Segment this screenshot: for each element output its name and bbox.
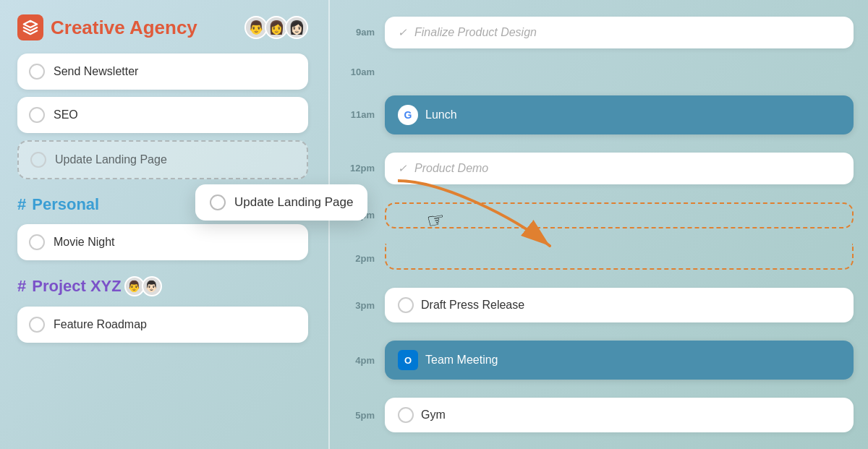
task-feature-roadmap[interactable]: Feature Roadmap [17,307,308,343]
svg-marker-0 [24,21,37,27]
task-update-landing-placeholder: Update Landing Page [17,140,308,179]
panel-divider [328,0,330,449]
time-11am: 11am [347,109,375,120]
event-draft-press-release[interactable]: Draft Press Release [385,288,854,322]
time-5pm: 5pm [347,410,375,421]
cal-checkbox-gym[interactable] [398,407,414,423]
timeline-row-3pm: 3pm Draft Press Release [347,288,854,322]
floating-checkbox [210,194,226,210]
time-2pm: 2pm [347,253,375,264]
hash-personal-icon: # [17,195,26,214]
task-label: SEO [54,108,78,121]
time-4pm: 4pm [347,355,375,366]
checkbox-seo[interactable] [29,107,45,123]
event-gym[interactable]: Gym [385,398,854,432]
event-lunch[interactable]: G Lunch [385,95,854,134]
task-movie-night[interactable]: Movie Night [17,224,308,260]
floating-task-label: Update Landing Page [234,195,353,210]
event-team-meeting[interactable]: O Team Meeting [385,341,854,380]
checkmark-icon: ✓ [398,26,407,39]
avatar-xyz-2: 👨🏻 [142,276,162,296]
checkbox-update-landing [30,152,46,168]
project-xyz-avatars: 👨 👨🏻 [127,276,162,296]
checkbox-feature-roadmap[interactable] [29,317,45,333]
left-panel: Creative Agency 👨 👩 👩🏻 Send Newsletter S… [0,0,326,449]
checkbox-send-newsletter[interactable] [29,64,45,80]
hash-project-icon: # [17,277,26,296]
time-12pm: 12pm [347,163,375,174]
task-send-newsletter[interactable]: Send Newsletter [17,54,308,90]
task-label: Send Newsletter [54,65,138,78]
outlook-icon: O [398,350,418,370]
task-label: Update Landing Page [55,153,167,166]
event-label: Lunch [425,108,457,121]
event-finalize-product-design[interactable]: ✓ Finalize Product Design [385,17,854,48]
event-label: Gym [421,409,446,422]
project-avatars: 👨 👩 👩🏻 [247,16,308,39]
event-label: Product Demo [414,162,488,175]
drop-zone-2pm[interactable] [385,244,854,270]
timeline-row-4pm: 4pm O Team Meeting [347,341,854,380]
checkbox-movie-night[interactable] [29,234,45,250]
event-product-demo[interactable]: ✓ Product Demo [385,153,854,184]
project-header: Creative Agency 👨 👩 👩🏻 [17,14,308,40]
floating-task[interactable]: Update Landing Page [195,184,367,221]
time-3pm: 3pm [347,300,375,311]
project-title: Creative Agency [51,17,240,39]
event-label: Team Meeting [425,354,498,367]
task-label: Feature Roadmap [54,318,147,331]
time-10am: 10am [347,67,375,77]
timeline-row-10am: 10am [347,67,854,77]
event-label: Finalize Product Design [414,26,537,39]
timeline-row-11am: 11am G Lunch [347,95,854,134]
checkmark-icon: ✓ [398,162,407,175]
task-label: Movie Night [54,236,114,249]
google-icon: G [398,105,418,125]
cal-checkbox-draft[interactable] [398,297,414,313]
project-xyz-title: Project XYZ [32,277,121,296]
time-9am: 9am [347,27,375,38]
timeline-row-1pm: 1pm [347,202,854,228]
drop-zone-1pm[interactable] [385,202,854,228]
right-panel: 9am ✓ Finalize Product Design 10am 11am … [333,0,868,449]
project-xyz-section-header: # Project XYZ 👨 👨🏻 [17,276,308,296]
timeline-row-5pm: 5pm Gym [347,398,854,432]
timeline-row-2pm: 2pm [347,247,854,270]
personal-section-title: Personal [32,195,99,214]
task-seo[interactable]: SEO [17,97,308,133]
event-label: Draft Press Release [421,299,524,312]
avatar-3: 👩🏻 [285,16,308,39]
timeline: 9am ✓ Finalize Product Design 10am 11am … [347,7,854,442]
timeline-row-9am: 9am ✓ Finalize Product Design [347,17,854,48]
project-icon [17,14,43,40]
timeline-row-12pm: 12pm ✓ Product Demo [347,153,854,184]
